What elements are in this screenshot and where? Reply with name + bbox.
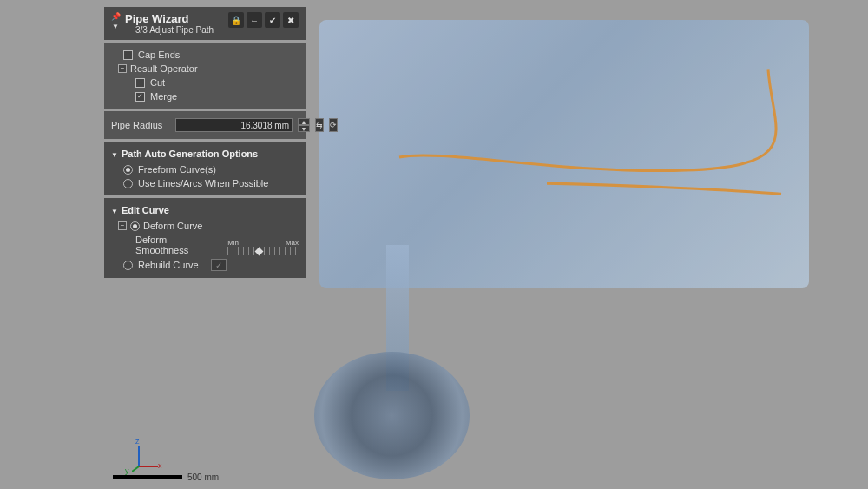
svg-line-2	[132, 466, 139, 472]
collapse-icon[interactable]: ▼	[112, 23, 119, 30]
lines-arcs-label: Use Lines/Arcs When Possible	[138, 178, 268, 188]
freeform-radio[interactable]	[123, 165, 133, 175]
pipe-path-overlay	[286, 0, 842, 489]
lines-arcs-radio[interactable]	[123, 179, 133, 188]
deform-smoothness-slider[interactable]	[227, 247, 299, 255]
scale-bar: 500 mm	[113, 472, 219, 482]
wizard-subtitle: 3/3 Adjust Pipe Path	[125, 25, 228, 35]
deform-curve-row[interactable]: − Deform Curve	[111, 219, 299, 233]
wizard-title: Pipe Wizard	[125, 12, 228, 25]
rebuild-apply-button[interactable]: ✓	[211, 259, 227, 271]
section-result: Cap Ends − Result Operator Cut Merge	[104, 43, 306, 109]
radius-spin-down[interactable]: ▼	[298, 125, 310, 132]
path-auto-title[interactable]: Path Auto Generation Options	[111, 147, 299, 162]
radius-spin-up[interactable]: ▲	[298, 118, 310, 125]
wizard-header: 📌 ▼ Pipe Wizard 3/3 Adjust Pipe Path 🔒 ←…	[104, 7, 306, 40]
deform-label: Deform Curve	[143, 221, 202, 231]
result-operator-expander[interactable]: −	[118, 64, 127, 73]
cap-ends-label: Cap Ends	[138, 50, 180, 60]
check-icon: ✔	[269, 16, 276, 25]
axis-gizmo[interactable]: x z y	[132, 442, 163, 473]
cap-ends-checkbox[interactable]	[123, 50, 133, 60]
pin-icon[interactable]: 📌	[111, 12, 121, 21]
deform-expander[interactable]: −	[118, 221, 127, 230]
scale-bar-graphic	[113, 475, 182, 479]
edit-curve-title[interactable]: Edit Curve	[111, 203, 299, 219]
slider-max-label: Max	[286, 239, 299, 247]
close-icon: ✖	[287, 16, 294, 25]
section-path-auto: Path Auto Generation Options Freeform Cu…	[104, 142, 306, 195]
deform-radio[interactable]	[130, 221, 140, 231]
chevron-down-icon	[111, 205, 118, 215]
section-radius: Pipe Radius ▲ ▼ ⇆ ⟳	[104, 111, 306, 139]
axis-z-label: z	[135, 437, 140, 446]
freeform-row[interactable]: Freeform Curve(s)	[111, 162, 299, 176]
deform-smoothness-label: Deform Smoothness	[135, 235, 222, 255]
rebuild-radio[interactable]	[123, 261, 133, 270]
pipe-radius-input[interactable]	[175, 118, 293, 132]
lines-arcs-row[interactable]: Use Lines/Arcs When Possible	[111, 176, 299, 190]
cut-label: Cut	[150, 77, 165, 88]
result-operator-row[interactable]: − Result Operator	[111, 62, 299, 76]
apply-button[interactable]: ✔	[265, 12, 280, 28]
section-edit-curve: Edit Curve − Deform Curve Deform Smoothn…	[104, 198, 306, 278]
merge-checkbox[interactable]	[135, 92, 145, 102]
rebuild-curve-row[interactable]: Rebuild Curve ✓	[111, 257, 299, 273]
back-button[interactable]: ←	[247, 12, 262, 28]
freeform-label: Freeform Curve(s)	[138, 164, 216, 175]
arrow-left-icon: ←	[250, 16, 259, 25]
cut-row[interactable]: Cut	[111, 76, 299, 89]
scale-bar-label: 500 mm	[187, 472, 219, 482]
slider-min-label: Min	[227, 239, 239, 247]
panel-pin-column: 📌 ▼	[109, 12, 122, 30]
slider-thumb[interactable]	[254, 248, 263, 256]
result-operator-label: Result Operator	[130, 63, 198, 74]
rebuild-label: Rebuild Curve	[138, 260, 199, 270]
deform-smoothness-row: Deform Smoothness Min Max	[111, 233, 299, 257]
close-button[interactable]: ✖	[283, 12, 299, 28]
radius-slider-icon[interactable]: ⇆	[315, 118, 324, 132]
chevron-down-icon	[111, 149, 118, 159]
lock-button[interactable]: 🔒	[228, 12, 244, 28]
cut-checkbox[interactable]	[135, 78, 145, 88]
cap-ends-row[interactable]: Cap Ends	[111, 48, 299, 62]
pipe-wizard-panel: 📌 ▼ Pipe Wizard 3/3 Adjust Pipe Path 🔒 ←…	[104, 7, 306, 278]
radius-reset-icon[interactable]: ⟳	[329, 118, 338, 132]
axis-x-label: x	[158, 461, 162, 470]
merge-label: Merge	[150, 91, 177, 102]
merge-row[interactable]: Merge	[111, 89, 299, 103]
pipe-radius-label: Pipe Radius	[111, 120, 170, 130]
lock-icon: 🔒	[231, 16, 241, 25]
scanned-model	[286, 0, 842, 489]
